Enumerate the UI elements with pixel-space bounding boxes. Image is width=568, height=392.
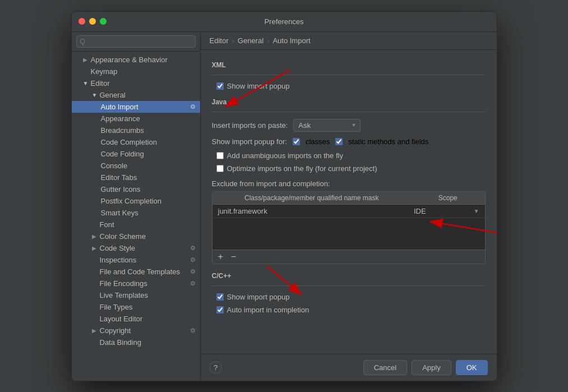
xml-show-import-popup-checkbox[interactable] xyxy=(216,82,224,90)
remove-row-button[interactable]: − xyxy=(229,252,238,261)
sidebar-item-label: Color Scheme xyxy=(100,232,146,241)
settings-icon: ⚙ xyxy=(190,245,196,252)
exclude-table: Class/package/member qualified name mask… xyxy=(212,191,486,264)
sidebar-item-inspections[interactable]: ▶ Inspections ⚙ xyxy=(72,254,200,266)
sidebar-item-label: Smart Keys xyxy=(101,209,138,217)
cpp-auto-import-row: Auto import in completion xyxy=(212,306,486,314)
sidebar-item-copyright[interactable]: ▶ Copyright ⚙ xyxy=(72,325,200,336)
expand-arrow: ▶ xyxy=(92,245,98,251)
insert-imports-select[interactable]: Ask All None xyxy=(293,119,361,132)
cpp-auto-import-checkbox[interactable] xyxy=(216,306,224,313)
sidebar-item-appearance-behavior[interactable]: ▶ Appearance & Behavior xyxy=(72,54,200,66)
xml-divider xyxy=(212,75,486,75)
xml-section-title: XML xyxy=(212,61,486,69)
sidebar-item-label: File Encodings xyxy=(100,279,147,288)
static-methods-label: static methods and fields xyxy=(348,137,428,146)
breadcrumb-sep-1: › xyxy=(232,36,234,45)
add-unambiguous-label: Add unambiguous imports on the fly xyxy=(227,151,343,160)
static-methods-checkbox[interactable] xyxy=(335,138,343,145)
expand-arrow: ▼ xyxy=(83,80,89,86)
table-cell-name: junit.framework xyxy=(218,207,414,215)
sidebar-item-label: Postfix Completion xyxy=(101,197,161,205)
sidebar: ▶ Appearance & Behavior ▶ Keymap ▼ Edito… xyxy=(72,32,201,381)
window-title: Preferences xyxy=(264,17,303,26)
optimize-imports-checkbox[interactable] xyxy=(216,165,224,172)
sidebar-tree: ▶ Appearance & Behavior ▶ Keymap ▼ Edito… xyxy=(72,52,200,381)
breadcrumb-bar: Editor › General › Auto Import xyxy=(201,32,497,50)
sidebar-item-code-completion[interactable]: Code Completion xyxy=(72,136,200,148)
breadcrumb-editor: Editor xyxy=(210,36,229,45)
sidebar-item-postfix-completion[interactable]: Postfix Completion xyxy=(72,195,200,207)
sidebar-item-label: Keymap xyxy=(91,67,118,76)
content-area: ▶ Appearance & Behavior ▶ Keymap ▼ Edito… xyxy=(72,32,497,381)
add-row-button[interactable]: + xyxy=(216,252,225,261)
cpp-show-import-popup-label: Show import popup xyxy=(227,293,290,301)
java-divider xyxy=(212,112,486,112)
preferences-window: Preferences ▶ Appearance & Behavior ▶ xyxy=(71,11,497,381)
sidebar-item-file-types[interactable]: ▶ File Types xyxy=(72,301,200,313)
table-cell-scope: IDE ▼ xyxy=(414,207,479,215)
sidebar-item-live-templates[interactable]: ▶ Live Templates xyxy=(72,289,200,301)
add-unambiguous-checkbox[interactable] xyxy=(216,152,224,159)
sidebar-item-auto-import[interactable]: Auto Import ⚙ xyxy=(72,101,200,113)
table-row[interactable]: junit.framework IDE ▼ xyxy=(213,205,485,218)
minimize-button[interactable] xyxy=(89,18,96,25)
main-panel: Editor › General › Auto Import XML Show … xyxy=(201,32,497,381)
sidebar-item-color-scheme[interactable]: ▶ Color Scheme xyxy=(72,230,200,242)
sidebar-item-label: Copyright xyxy=(100,326,131,335)
ok-button[interactable]: OK xyxy=(456,360,488,375)
sidebar-item-breadcrumbs[interactable]: Breadcrumbs xyxy=(72,124,200,136)
sidebar-item-keymap[interactable]: ▶ Keymap xyxy=(72,66,200,77)
cpp-show-import-popup-row: Show import popup xyxy=(212,293,486,301)
maximize-button[interactable] xyxy=(100,18,107,25)
sidebar-item-code-folding[interactable]: Code Folding xyxy=(72,148,200,160)
java-section-title: Java xyxy=(212,98,486,106)
cpp-section-title: C/C++ xyxy=(212,272,486,280)
action-buttons: Cancel Apply OK xyxy=(363,360,488,375)
search-input[interactable] xyxy=(76,35,196,48)
cpp-show-import-popup-checkbox[interactable] xyxy=(216,293,224,301)
table-actions: + − xyxy=(213,250,485,264)
sidebar-item-label: Appearance & Behavior xyxy=(91,56,168,64)
sidebar-item-console[interactable]: Console xyxy=(72,160,200,172)
classes-label: classes xyxy=(306,137,330,146)
sidebar-item-data-binding[interactable]: ▶ Data Binding xyxy=(72,336,200,348)
sidebar-item-label: Appearance xyxy=(101,114,140,123)
sidebar-item-appearance[interactable]: Appearance xyxy=(72,113,200,124)
cpp-auto-import-label: Auto import in completion xyxy=(227,306,310,314)
exclude-section: Exclude from import and completion: Clas… xyxy=(212,179,486,264)
sidebar-item-code-style[interactable]: ▶ Code Style ⚙ xyxy=(72,242,200,254)
apply-button[interactable]: Apply xyxy=(412,360,451,375)
show-import-popup-label: Show import popup for: xyxy=(212,137,287,146)
help-button[interactable]: ? xyxy=(210,361,222,373)
sidebar-item-general[interactable]: ▼ General xyxy=(72,89,200,101)
xml-show-import-popup-label: Show import popup xyxy=(227,82,290,90)
sidebar-item-layout-editor[interactable]: ▶ Layout Editor xyxy=(72,313,200,325)
breadcrumb-general: General xyxy=(238,36,264,45)
insert-imports-row: Insert imports on paste: Ask All None xyxy=(212,119,486,132)
cancel-button[interactable]: Cancel xyxy=(363,360,407,375)
settings-icon: ⚙ xyxy=(190,280,196,287)
sidebar-item-file-encodings[interactable]: ▶ File Encodings ⚙ xyxy=(72,278,200,289)
expand-arrow: ▶ xyxy=(92,233,98,239)
sidebar-item-label: Breadcrumbs xyxy=(101,126,144,135)
sidebar-item-file-code-templates[interactable]: ▶ File and Code Templates ⚙ xyxy=(72,266,200,278)
sidebar-item-gutter-icons[interactable]: Gutter Icons xyxy=(72,183,200,195)
sidebar-item-label: Code Completion xyxy=(101,138,157,146)
optimize-imports-row: Optimize imports on the fly (for current… xyxy=(212,164,486,173)
sidebar-item-editor-tabs[interactable]: Editor Tabs xyxy=(72,172,200,183)
scope-dropdown-arrow[interactable]: ▼ xyxy=(474,208,479,214)
sidebar-item-label: Layout Editor xyxy=(100,315,143,323)
expand-arrow: ▶ xyxy=(92,328,98,334)
sidebar-item-label: General xyxy=(100,91,126,99)
sidebar-item-label: Gutter Icons xyxy=(101,185,141,193)
classes-checkbox[interactable] xyxy=(293,138,300,145)
sidebar-item-editor[interactable]: ▼ Editor xyxy=(72,77,200,89)
sidebar-item-label: Console xyxy=(101,162,128,170)
insert-imports-select-wrapper: Ask All None xyxy=(293,119,361,132)
breadcrumb-auto-import: Auto Import xyxy=(273,36,310,45)
sidebar-item-font[interactable]: ▶ Font xyxy=(72,219,200,230)
sidebar-item-smart-keys[interactable]: Smart Keys xyxy=(72,207,200,219)
close-button[interactable] xyxy=(78,18,85,25)
sidebar-item-label: Font xyxy=(100,220,114,229)
